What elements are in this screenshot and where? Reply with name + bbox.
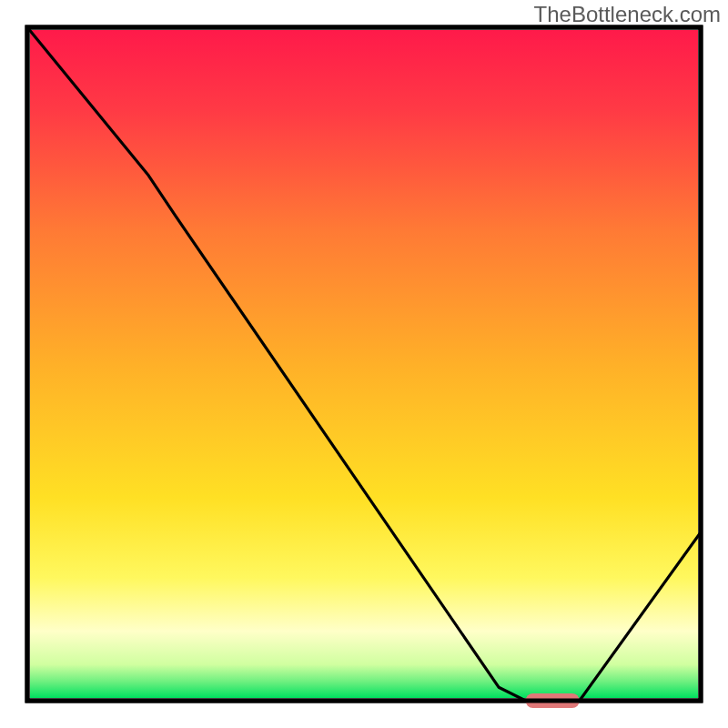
chart-svg <box>0 0 728 728</box>
watermark-text: TheBottleneck.com <box>534 2 721 27</box>
chart-background <box>30 30 698 698</box>
chart-container: TheBottleneck.com <box>0 0 728 728</box>
